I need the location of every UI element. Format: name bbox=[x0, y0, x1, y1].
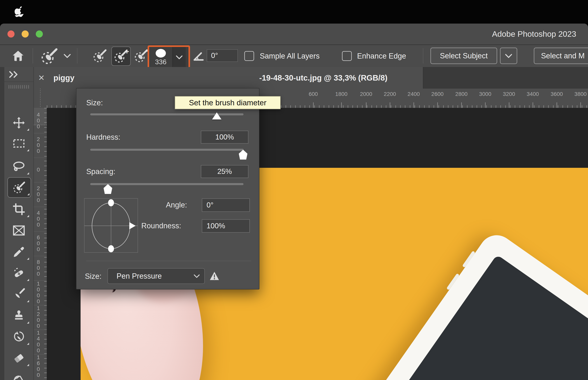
sample-all-layers-checkbox[interactable] bbox=[244, 51, 254, 61]
clone-stamp-tool[interactable] bbox=[7, 306, 30, 325]
size-label: Size: bbox=[86, 99, 103, 107]
window-title-bar[interactable]: Adobe Photoshop 2023 bbox=[0, 24, 588, 45]
eraser-tool[interactable] bbox=[7, 348, 30, 368]
hardness-slider-thumb[interactable] bbox=[239, 150, 247, 160]
warning-icon bbox=[209, 269, 220, 283]
spacing-label: Spacing: bbox=[86, 167, 115, 176]
vertical-ruler[interactable]: 00 400 200 0 200 400 600 800 1000 bbox=[34, 108, 47, 380]
roundness-input[interactable]: 100% bbox=[202, 219, 250, 233]
minimize-window-button[interactable] bbox=[22, 30, 29, 38]
angle-icon bbox=[193, 50, 204, 62]
separator bbox=[77, 48, 77, 63]
size-control-value: Pen Pressure bbox=[116, 272, 162, 280]
brush-settings-popup: Size: 336 px Hardness: 100% Spacing: 25%… bbox=[76, 88, 259, 289]
smartphone-side-button bbox=[446, 273, 460, 290]
size-control-label: Size: bbox=[85, 272, 101, 281]
select-subject-button[interactable]: Select Subject bbox=[430, 48, 497, 64]
new-selection-mode-button[interactable] bbox=[91, 47, 109, 65]
spacing-input[interactable]: 25% bbox=[201, 165, 248, 178]
select-subject-dropdown-button[interactable] bbox=[500, 48, 517, 64]
roundness-label: Roundness: bbox=[141, 222, 181, 230]
brush-size-value: 336 bbox=[155, 58, 167, 66]
brush-size-picker[interactable]: 336 bbox=[148, 45, 190, 68]
plus-badge: + bbox=[125, 48, 129, 55]
add-to-selection-mode-button[interactable]: + bbox=[112, 47, 131, 66]
separator bbox=[423, 48, 423, 63]
close-window-button[interactable] bbox=[7, 30, 15, 38]
document-tab[interactable]: ✕ piggy -19-48-30-utc.jpg @ 33,3% (RGB/8… bbox=[34, 67, 423, 89]
smartphone-side-button bbox=[462, 251, 475, 268]
history-brush-tool[interactable] bbox=[7, 327, 30, 347]
brush-size-dropdown-button[interactable] bbox=[172, 47, 186, 67]
photoshop-window: Adobe Photoshop 2023 bbox=[0, 24, 588, 380]
home-icon[interactable] bbox=[11, 49, 25, 63]
tool-options-bar: + − 336 0° Sample All Layers bbox=[0, 45, 588, 68]
quick-selection-tool-icon[interactable] bbox=[40, 48, 59, 65]
close-tab-icon[interactable]: ✕ bbox=[38, 67, 45, 89]
tab-title-start: piggy bbox=[54, 67, 75, 89]
spacing-slider[interactable] bbox=[90, 183, 244, 185]
rectangular-marquee-tool[interactable] bbox=[7, 133, 30, 153]
hardness-slider[interactable] bbox=[90, 149, 244, 151]
divider bbox=[4, 81, 33, 82]
size-slider-thumb[interactable] bbox=[212, 112, 222, 119]
separator bbox=[33, 48, 33, 63]
sample-all-layers-label: Sample All Layers bbox=[260, 45, 320, 67]
spacing-slider-thumb[interactable] bbox=[104, 184, 112, 194]
window-title: Adobe Photoshop 2023 bbox=[492, 24, 576, 44]
brush-tool[interactable] bbox=[7, 285, 30, 304]
select-and-mask-button[interactable]: Select and M bbox=[534, 48, 588, 64]
eyedropper-tool[interactable] bbox=[7, 242, 30, 262]
move-tool[interactable] bbox=[7, 113, 30, 133]
smartphone bbox=[335, 228, 588, 380]
angle-input[interactable]: 0° bbox=[202, 198, 250, 212]
zoom-window-button[interactable] bbox=[36, 30, 43, 38]
roundness-handle-top bbox=[108, 199, 114, 206]
frame-tool[interactable] bbox=[7, 221, 30, 240]
spot-healing-brush-tool[interactable] bbox=[7, 263, 30, 283]
apple-logo-icon[interactable] bbox=[15, 6, 24, 17]
quick-selection-tool[interactable] bbox=[7, 177, 31, 198]
collapse-panel-icon[interactable] bbox=[8, 71, 19, 78]
ruler-ticks bbox=[44, 108, 47, 380]
brush-tip-circle bbox=[156, 49, 166, 57]
roundness-handle-bottom bbox=[108, 245, 114, 252]
crop-tool[interactable] bbox=[7, 199, 30, 219]
hardness-label: Hardness: bbox=[86, 133, 120, 141]
ruler-origin-dotted-line bbox=[40, 89, 40, 108]
size-control-dropdown[interactable]: Pen Pressure bbox=[108, 268, 205, 284]
document-tab-bar: ✕ piggy -19-48-30-utc.jpg @ 33,3% (RGB/8… bbox=[34, 67, 588, 89]
angle-label: Angle: bbox=[166, 201, 187, 209]
brush-angle-field[interactable]: 0° bbox=[207, 49, 238, 62]
macos-menu-bar bbox=[0, 0, 588, 24]
angle-arrow bbox=[129, 222, 136, 229]
lasso-tool[interactable] bbox=[7, 157, 30, 176]
hardness-input[interactable]: 100% bbox=[201, 131, 248, 144]
chevron-down-icon bbox=[193, 274, 200, 279]
enhance-edge-label: Enhance Edge bbox=[357, 45, 406, 67]
enhance-edge-checkbox[interactable] bbox=[342, 51, 352, 61]
chevron-down-icon[interactable] bbox=[63, 53, 71, 59]
tooltip: Set the brush diameter bbox=[175, 96, 281, 109]
brush-shape-control[interactable] bbox=[84, 198, 138, 253]
tools-panel bbox=[4, 67, 34, 380]
paint-bucket-tool[interactable] bbox=[7, 370, 30, 380]
tab-title-end: -19-48-30-utc.jpg @ 33,3% (RGB/8) bbox=[259, 67, 388, 89]
divider bbox=[86, 261, 251, 261]
panel-grip[interactable] bbox=[9, 85, 29, 89]
window-edge bbox=[0, 67, 4, 380]
smartphone-screen bbox=[355, 255, 588, 380]
ruler-corner[interactable] bbox=[34, 89, 47, 108]
brush-preview[interactable]: 336 bbox=[149, 47, 172, 67]
